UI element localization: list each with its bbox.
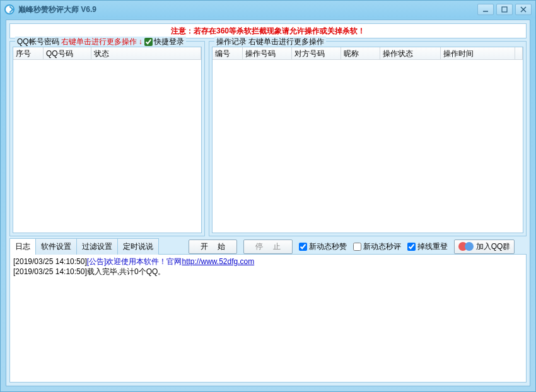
close-button[interactable] xyxy=(515,4,532,15)
col-spacer xyxy=(515,47,523,59)
client-area: 注意：若存在360等杀软拦截现象请允许操作或关掉杀软！ QQ帐号密码 右键单击进… xyxy=(6,20,530,386)
join-qq-group-button[interactable]: 加入QQ群 xyxy=(454,239,515,254)
start-button[interactable]: 开 始 xyxy=(189,239,237,254)
reconnect-label: 掉线重登 xyxy=(417,241,448,252)
new-comment-label: 新动态秒评 xyxy=(363,241,401,252)
col-qq[interactable]: QQ号码 xyxy=(44,47,91,59)
reconnect-checkbox[interactable]: 掉线重登 xyxy=(407,241,448,252)
quick-login-checkbox[interactable]: 快捷登录 xyxy=(144,37,184,47)
accounts-panel: QQ帐号密码 右键单击进行更多操作 ↓ 快捷登录 序号 QQ号码 状态 xyxy=(9,41,205,236)
accounts-table[interactable]: 序号 QQ号码 状态 xyxy=(13,47,202,233)
join-qq-label: 加入QQ群 xyxy=(476,241,511,252)
main-row: QQ帐号密码 右键单击进行更多操作 ↓ 快捷登录 序号 QQ号码 状态 xyxy=(9,41,527,236)
minimize-button[interactable] xyxy=(477,4,494,15)
window-title: 巅峰秒赞秒评大师 V6.9 xyxy=(18,4,477,15)
legend-red: 右键单击进行更多操作 xyxy=(61,37,137,47)
col-index[interactable]: 序号 xyxy=(13,47,44,59)
qq-avatars-icon xyxy=(458,242,474,251)
new-comment-checkbox[interactable]: 新动态秒评 xyxy=(353,241,401,252)
log-msg: 载入完毕,共计0个QQ。 xyxy=(87,267,166,276)
tabs: 日志 软件设置 过滤设置 定时说说 xyxy=(9,238,158,255)
log-line: [2019/03/25 14:10:50]载入完毕,共计0个QQ。 xyxy=(13,267,523,277)
action-row: 日志 软件设置 过滤设置 定时说说 开 始 停 止 新动态秒赞 新动态秒评 掉线… xyxy=(9,239,527,254)
tab-settings[interactable]: 软件设置 xyxy=(35,238,77,255)
quick-login-label: 快捷登录 xyxy=(154,37,184,47)
warning-text: 注意：若存在360等杀软拦截现象请允许操作或关掉杀软！ xyxy=(171,26,365,37)
new-like-input[interactable] xyxy=(299,243,307,251)
records-legend-text: 操作记录 右键单击进行更多操作 xyxy=(216,37,324,47)
log-line: [2019/03/25 14:10:50][公告]欢迎使用本软件！官网http:… xyxy=(13,257,523,267)
down-arrow-icon: ↓ xyxy=(139,37,143,46)
records-header: 编号 操作号码 对方号码 昵称 操作状态 操作时间 xyxy=(213,47,523,60)
reconnect-input[interactable] xyxy=(407,243,416,251)
accounts-legend: QQ帐号密码 右键单击进行更多操作 ↓ 快捷登录 xyxy=(15,37,186,47)
col-status[interactable]: 状态 xyxy=(91,47,201,59)
log-panel[interactable]: [2019/03/25 14:10:50][公告]欢迎使用本软件！官网http:… xyxy=(9,254,527,383)
titlebar: 巅峰秒赞秒评大师 V6.9 xyxy=(1,1,535,18)
tab-filter[interactable]: 过滤设置 xyxy=(76,238,118,255)
col-no[interactable]: 编号 xyxy=(213,47,243,59)
window-controls xyxy=(477,4,532,15)
accounts-header: 序号 QQ号码 状态 xyxy=(13,47,201,60)
quick-login-input[interactable] xyxy=(144,38,153,46)
col-op-qq[interactable]: 操作号码 xyxy=(243,47,292,59)
col-op-time[interactable]: 操作时间 xyxy=(441,47,515,59)
stop-button[interactable]: 停 止 xyxy=(243,239,292,254)
svg-rect-1 xyxy=(502,7,507,12)
log-link[interactable]: http://www.52dfg.com xyxy=(182,257,254,266)
legend-prefix: QQ帐号密码 xyxy=(17,37,59,47)
log-msg: [公告]欢迎使用本软件！官网 xyxy=(87,257,182,266)
records-table[interactable]: 编号 操作号码 对方号码 昵称 操作状态 操作时间 xyxy=(212,47,523,233)
log-ts: [2019/03/25 14:10:50] xyxy=(13,257,87,266)
col-nick[interactable]: 昵称 xyxy=(341,47,380,59)
records-panel: 操作记录 右键单击进行更多操作 编号 操作号码 对方号码 昵称 操作状态 操作时… xyxy=(209,41,527,236)
log-ts: [2019/03/25 14:10:50] xyxy=(13,267,87,276)
new-like-label: 新动态秒赞 xyxy=(309,241,347,252)
tab-log[interactable]: 日志 xyxy=(9,238,36,255)
new-comment-input[interactable] xyxy=(353,243,361,251)
records-legend: 操作记录 右键单击进行更多操作 xyxy=(214,37,326,47)
app-icon xyxy=(4,4,15,14)
tab-schedule[interactable]: 定时说说 xyxy=(117,238,159,255)
app-window: 巅峰秒赞秒评大师 V6.9 注意：若存在360等杀软拦截现象请允许操作或关掉杀软… xyxy=(0,0,536,392)
maximize-button[interactable] xyxy=(496,4,513,15)
new-like-checkbox[interactable]: 新动态秒赞 xyxy=(299,241,347,252)
col-op-status[interactable]: 操作状态 xyxy=(380,47,441,59)
col-target-qq[interactable]: 对方号码 xyxy=(292,47,341,59)
